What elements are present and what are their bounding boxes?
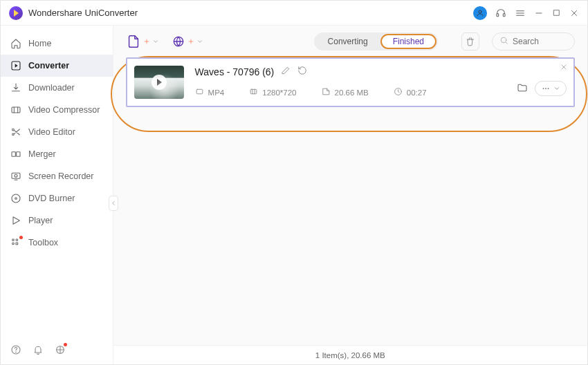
tab-segment: Converting Finished	[314, 32, 438, 50]
svg-point-39	[543, 88, 544, 89]
svg-rect-25	[16, 243, 18, 245]
plus-badge-icon	[143, 37, 150, 47]
clear-list-button[interactable]	[461, 32, 479, 50]
svg-marker-11	[15, 64, 18, 67]
sidebar-item-toolbox[interactable]: Toolbox	[1, 232, 113, 254]
toolbox-icon	[10, 237, 21, 248]
file-resolution: 1280*720	[262, 88, 296, 97]
chevron-down-icon	[553, 85, 560, 92]
sidebar-item-label: Home	[28, 39, 51, 48]
titlebar: Wondershare UniConverter	[1, 1, 587, 26]
chevron-down-icon	[152, 37, 159, 47]
app-logo	[9, 6, 23, 20]
svg-rect-37	[250, 89, 257, 94]
svg-rect-12	[12, 107, 20, 113]
svg-rect-7	[554, 10, 560, 16]
search-icon	[499, 36, 508, 47]
close-button[interactable]	[569, 8, 579, 18]
bell-icon[interactable]	[33, 344, 44, 357]
sidebar-item-label: Video Compressor	[28, 105, 100, 115]
dvd-icon	[10, 193, 21, 204]
hamburger-icon[interactable]	[515, 8, 526, 19]
player-icon	[10, 215, 21, 226]
recorder-icon	[10, 171, 21, 182]
status-text: 1 Item(s), 20.66 MB	[315, 351, 385, 359]
remove-item-button[interactable]	[560, 63, 568, 73]
refresh-icon[interactable]	[297, 66, 307, 77]
svg-marker-21	[13, 217, 19, 225]
compressor-icon	[10, 104, 21, 115]
open-folder-button[interactable]	[517, 82, 528, 95]
add-url-button[interactable]	[172, 35, 203, 48]
app-title: Wondershare UniConverter	[28, 8, 138, 18]
content-area: Waves - 70796 (6) MP4 1280*720 20.66 MB …	[113, 57, 587, 345]
file-size: 20.66 MB	[335, 88, 369, 97]
svg-point-18	[15, 174, 17, 177]
edit-icon[interactable]	[281, 66, 291, 77]
sidebar-item-video-compressor[interactable]: Video Compressor	[1, 99, 113, 121]
svg-rect-2	[503, 13, 505, 16]
sidebar: Home Converter Downloader Video Compress…	[1, 26, 113, 364]
svg-point-0	[479, 10, 481, 13]
toolbar: Converting Finished	[113, 26, 587, 57]
sidebar-item-screen-recorder[interactable]: Screen Recorder	[1, 165, 113, 187]
gift-icon[interactable]	[55, 344, 66, 357]
sidebar-item-converter[interactable]: Converter	[1, 55, 113, 77]
sidebar-item-label: Converter	[28, 61, 69, 71]
svg-rect-15	[12, 152, 15, 157]
sidebar-item-player[interactable]: Player	[1, 209, 113, 232]
svg-rect-36	[196, 89, 203, 94]
sidebar-item-label: Player	[28, 216, 53, 225]
sidebar-item-downloader[interactable]: Downloader	[1, 77, 113, 99]
sidebar-item-dvd-burner[interactable]: DVD Burner	[1, 187, 113, 209]
search-box[interactable]	[492, 32, 575, 50]
download-icon	[10, 82, 21, 93]
sidebar-item-home[interactable]: Home	[1, 32, 113, 55]
svg-rect-1	[497, 13, 499, 16]
minimize-button[interactable]	[534, 8, 544, 18]
svg-rect-16	[17, 152, 20, 157]
size-icon	[322, 87, 331, 97]
headset-icon[interactable]	[495, 8, 506, 19]
merger-icon	[10, 149, 21, 160]
tab-finished[interactable]: Finished	[380, 34, 437, 49]
svg-point-41	[548, 88, 549, 89]
maximize-button[interactable]	[552, 8, 561, 17]
chevron-down-icon	[196, 37, 203, 47]
plus-badge-icon	[187, 37, 194, 47]
file-name: Waves - 70796 (6)	[195, 66, 275, 77]
svg-point-27	[16, 352, 17, 353]
clock-icon	[394, 87, 403, 97]
svg-point-19	[12, 194, 20, 203]
search-input[interactable]	[513, 37, 567, 46]
converter-icon	[10, 60, 21, 71]
sidebar-item-video-editor[interactable]: Video Editor	[1, 121, 113, 143]
sidebar-item-label: Merger	[28, 149, 56, 159]
help-icon[interactable]	[10, 344, 21, 357]
svg-point-40	[545, 88, 546, 89]
home-icon	[10, 38, 21, 49]
sidebar-item-merger[interactable]: Merger	[1, 143, 113, 165]
sidebar-item-label: Toolbox	[28, 238, 58, 247]
avatar[interactable]	[473, 6, 487, 20]
format-icon	[195, 87, 204, 97]
svg-rect-17	[12, 173, 20, 178]
main-panel: Converting Finished	[113, 26, 587, 364]
sidebar-item-label: Screen Recorder	[28, 171, 94, 181]
play-icon	[151, 75, 167, 90]
tab-converting[interactable]: Converting	[315, 34, 380, 49]
sidebar-item-label: Video Editor	[28, 127, 75, 137]
svg-point-22	[12, 239, 15, 241]
svg-point-23	[16, 239, 18, 241]
resolution-icon	[249, 87, 258, 97]
add-file-button[interactable]	[126, 34, 159, 49]
scissors-icon	[10, 127, 21, 138]
status-bar: 1 Item(s), 20.66 MB	[113, 345, 587, 364]
file-card[interactable]: Waves - 70796 (6) MP4 1280*720 20.66 MB …	[126, 57, 575, 107]
svg-line-35	[506, 42, 508, 44]
video-thumbnail[interactable]	[134, 66, 184, 99]
file-duration: 00:27	[407, 88, 427, 97]
sidebar-item-label: Downloader	[28, 83, 75, 93]
file-format: MP4	[208, 88, 225, 97]
more-actions-button[interactable]	[535, 81, 567, 96]
